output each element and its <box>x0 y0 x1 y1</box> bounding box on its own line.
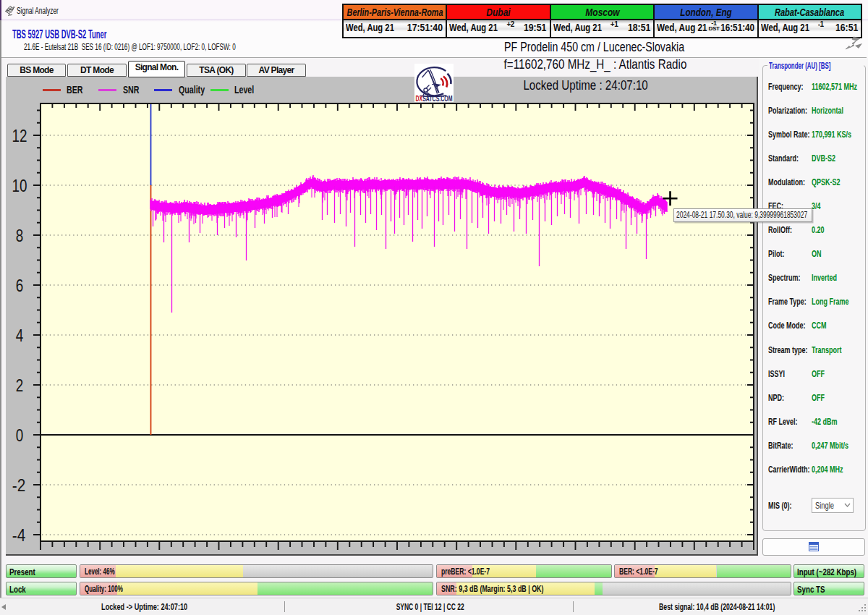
svg-text:2: 2 <box>16 376 24 395</box>
svg-text:4: 4 <box>16 326 24 345</box>
svg-text:-4: -4 <box>12 525 26 545</box>
svg-text:8: 8 <box>16 226 24 245</box>
svg-text:-2: -2 <box>12 475 26 495</box>
svg-text:DXSATCS.COM: DXSATCS.COM <box>416 95 453 102</box>
svg-text:6: 6 <box>16 276 24 295</box>
svg-text:10: 10 <box>12 176 27 195</box>
svg-text:12: 12 <box>12 126 27 145</box>
svg-text:0: 0 <box>16 425 24 445</box>
